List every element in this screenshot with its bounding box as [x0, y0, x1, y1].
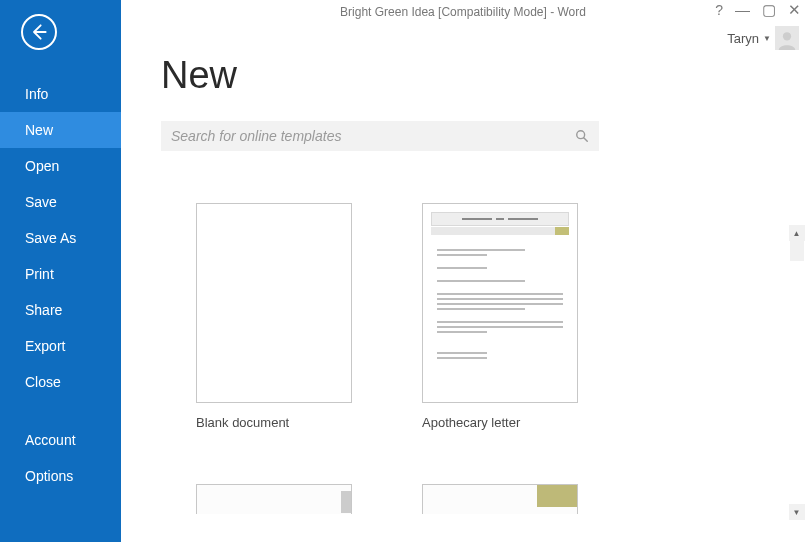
- template-thumb: [422, 203, 578, 403]
- backstage-sidebar: Info New Open Save Save As Print Share E…: [0, 0, 121, 542]
- scroll-down-icon[interactable]: ▼: [789, 504, 805, 520]
- search-icon: [575, 129, 589, 143]
- minimize-button[interactable]: —: [735, 2, 750, 17]
- help-icon[interactable]: ?: [715, 3, 723, 17]
- back-arrow-icon: [29, 22, 49, 42]
- template-thumb: [196, 203, 352, 403]
- content-area: New Blank document: [121, 24, 805, 542]
- sidebar-item-share[interactable]: Share: [0, 292, 121, 328]
- window-controls: ? — ▢ ✕: [715, 2, 801, 17]
- sidebar-item-open[interactable]: Open: [0, 148, 121, 184]
- sidebar-item-info[interactable]: Info: [0, 76, 121, 112]
- svg-line-2: [584, 138, 588, 142]
- title-bar: Bright Green Idea [Compatibility Mode] -…: [121, 0, 805, 24]
- template-thumb-partial[interactable]: [196, 484, 352, 514]
- template-apothecary-letter[interactable]: Apothecary letter: [422, 203, 578, 430]
- sidebar-item-close[interactable]: Close: [0, 364, 121, 400]
- sidebar-item-save-as[interactable]: Save As: [0, 220, 121, 256]
- sidebar-menu: Info New Open Save Save As Print Share E…: [0, 76, 121, 494]
- main-pane: Bright Green Idea [Compatibility Mode] -…: [121, 0, 805, 542]
- scroll-thumb[interactable]: [790, 241, 804, 261]
- scroll-track[interactable]: [789, 241, 805, 504]
- sidebar-item-options[interactable]: Options: [0, 458, 121, 494]
- close-window-button[interactable]: ✕: [788, 2, 801, 17]
- page-title: New: [161, 54, 805, 97]
- template-grid: Blank document: [161, 203, 805, 430]
- vertical-scrollbar[interactable]: ▲ ▼: [788, 225, 805, 520]
- template-blank-document[interactable]: Blank document: [196, 203, 352, 430]
- restore-button[interactable]: ▢: [762, 2, 776, 17]
- template-label: Apothecary letter: [422, 415, 578, 430]
- search-button[interactable]: [573, 127, 591, 145]
- template-label: Blank document: [196, 415, 352, 430]
- sidebar-item-save[interactable]: Save: [0, 184, 121, 220]
- template-grid-row-2: [161, 484, 805, 514]
- search-input[interactable]: [171, 128, 573, 144]
- sidebar-item-new[interactable]: New: [0, 112, 121, 148]
- template-thumb-partial[interactable]: [422, 484, 578, 514]
- sidebar-item-account[interactable]: Account: [0, 422, 121, 458]
- window-title: Bright Green Idea [Compatibility Mode] -…: [121, 5, 805, 19]
- back-button[interactable]: [21, 14, 57, 50]
- sidebar-item-export[interactable]: Export: [0, 328, 121, 364]
- sidebar-item-print[interactable]: Print: [0, 256, 121, 292]
- scroll-up-icon[interactable]: ▲: [789, 225, 805, 241]
- search-box[interactable]: [161, 121, 599, 151]
